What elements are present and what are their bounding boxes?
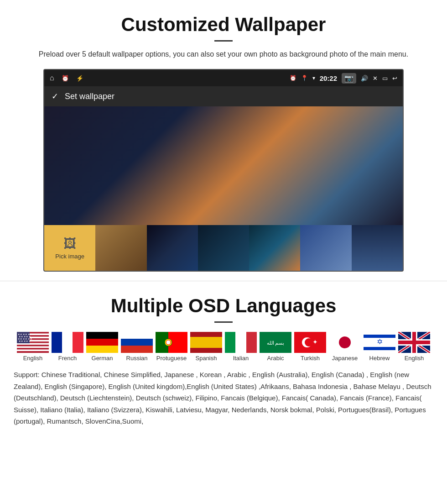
back-icon[interactable]: ↩: [392, 75, 397, 82]
svg-text:✡: ✡: [377, 338, 383, 346]
flag-item-spanish: Spanish: [190, 332, 222, 362]
svg-text:بسم الله: بسم الله: [267, 340, 285, 346]
flag-label-french: French: [58, 355, 77, 362]
flag-label-arabic: Arabic: [267, 355, 284, 362]
wallpaper-title: Customized Wallpaper: [9, 14, 438, 36]
flag-item-english-uk: English: [398, 332, 430, 362]
window-icon: ▭: [382, 75, 388, 82]
usb-icon: ⚡: [76, 75, 83, 82]
flag-label-hebrew: Hebrew: [369, 355, 390, 362]
languages-section: Multiple OSD Languages ★ ★ ★ ★ ★ ★ ★ ★ ★…: [0, 281, 447, 436]
svg-rect-6: [17, 350, 49, 352]
wallpaper-thumb-5[interactable]: [300, 225, 351, 271]
svg-text:✦: ✦: [312, 338, 318, 346]
flag-label-japanese: Japanese: [332, 355, 358, 362]
wallpaper-thumb-3[interactable]: [198, 225, 249, 271]
flag-label-german: German: [92, 355, 113, 362]
flag-item-russian: Russian: [121, 332, 153, 362]
wallpaper-preview: [44, 106, 403, 225]
wallpaper-description: Preload over 5 default wallpaper options…: [18, 49, 429, 60]
flag-item-portuguese: Protuguese: [156, 332, 187, 362]
check-icon: ✓: [52, 91, 58, 101]
flag-label-portuguese: Protuguese: [156, 355, 187, 362]
flag-item-english-us: ★ ★ ★ ★ ★ ★ ★ ★ ★ ★ ★ ★ ★ ★ ★ ★ ★ ★ ★ ★ …: [17, 332, 49, 362]
svg-rect-51: [398, 341, 430, 344]
clock-icon: ⏰: [62, 75, 69, 82]
flag-pt: [156, 332, 187, 353]
svg-rect-14: [52, 332, 62, 353]
wallpaper-thumb-6[interactable]: [352, 225, 403, 271]
flag-item-arabic: بسم الله Arabic: [260, 332, 291, 362]
wallpaper-section: Customized Wallpaper Preload over 5 defa…: [0, 0, 447, 281]
flag-fr: [52, 332, 83, 353]
device-frame: ⌂ ⏰ ⚡ ⏰ 📍 ▾ 20:22 📷 🔊 ✕ ▭ ↩ ✓ Set wallpa…: [43, 69, 404, 272]
flag-label-italian: Italian: [233, 355, 249, 362]
thumbnail-strip: 🖼 Pick image: [44, 225, 403, 271]
wallpaper-thumb-2[interactable]: [147, 225, 198, 271]
flag-label-english-us: English: [23, 355, 43, 362]
flag-jp: [329, 332, 361, 353]
flag-it: [225, 332, 257, 353]
svg-rect-4: [17, 343, 49, 345]
svg-point-35: [305, 338, 313, 346]
svg-point-38: [339, 336, 351, 348]
svg-rect-17: [86, 332, 118, 339]
wifi-icon: ▾: [312, 75, 315, 81]
flag-item-hebrew: ✡ Hebrew: [364, 332, 395, 362]
top-bar: ✓ Set wallpaper: [44, 86, 403, 106]
title-divider: [214, 40, 233, 42]
camera-button[interactable]: 📷: [342, 73, 356, 84]
picture-icon: 🖼: [63, 236, 76, 251]
svg-rect-5: [17, 346, 49, 348]
wallpaper-thumb-1[interactable]: [95, 225, 146, 271]
flag-item-turkish: ✦ Turkish: [294, 332, 326, 362]
flag-de: [86, 332, 118, 353]
status-left: ⌂ ⏰ ⚡: [50, 74, 83, 82]
flag-label-english-uk: English: [405, 355, 424, 362]
set-wallpaper-label: Set wallpaper: [65, 92, 114, 101]
flag-item-japanese: Japanese: [329, 332, 361, 362]
flag-label-turkish: Turkish: [301, 355, 320, 362]
languages-divider: [214, 321, 233, 323]
svg-text:★ ★ ★ ★ ★: ★ ★ ★ ★ ★: [19, 340, 31, 342]
flag-es: [190, 332, 222, 353]
flag-item-italian: Italian: [225, 332, 257, 362]
flags-row: ★ ★ ★ ★ ★ ★ ★ ★ ★ ★ ★ ★ ★ ★ ★ ★ ★ ★ ★ ★ …: [9, 332, 438, 362]
support-text: Support: Chinese Traditional, Chinese Si…: [9, 369, 438, 427]
home-icon[interactable]: ⌂: [50, 74, 54, 82]
svg-rect-27: [190, 337, 222, 348]
status-right: ⏰ 📍 ▾ 20:22 📷 🔊 ✕ ▭ ↩: [290, 73, 397, 84]
flag-ar: بسم الله: [260, 332, 291, 353]
close-icon[interactable]: ✕: [373, 75, 378, 82]
location-icon: 📍: [301, 75, 308, 81]
pick-image-label: Pick image: [55, 253, 84, 260]
svg-rect-41: [364, 347, 395, 350]
flag-tr: ✦: [294, 332, 326, 353]
status-time: 20:22: [320, 74, 337, 82]
wallpaper-thumb-4[interactable]: [249, 225, 300, 271]
flag-ru: [121, 332, 153, 353]
svg-point-24: [166, 340, 171, 345]
status-bar: ⌂ ⏰ ⚡ ⏰ 📍 ▾ 20:22 📷 🔊 ✕ ▭ ↩: [44, 70, 403, 86]
flag-label-russian: Russian: [126, 355, 148, 362]
alarm-icon: ⏰: [290, 75, 296, 81]
svg-rect-30: [225, 332, 235, 353]
pick-image-thumb[interactable]: 🖼 Pick image: [44, 225, 95, 271]
flag-il: ✡: [364, 332, 395, 353]
flag-us: ★ ★ ★ ★ ★ ★ ★ ★ ★ ★ ★ ★ ★ ★ ★ ★ ★ ★ ★ ★ …: [17, 332, 49, 353]
languages-title: Multiple OSD Languages: [9, 295, 438, 317]
flag-label-spanish: Spanish: [196, 355, 217, 362]
volume-icon: 🔊: [361, 75, 368, 82]
flag-gb: [398, 332, 430, 353]
svg-rect-20: [121, 332, 153, 339]
flag-item-french: French: [52, 332, 83, 362]
flag-item-german: German: [86, 332, 118, 362]
svg-rect-40: [364, 335, 395, 338]
